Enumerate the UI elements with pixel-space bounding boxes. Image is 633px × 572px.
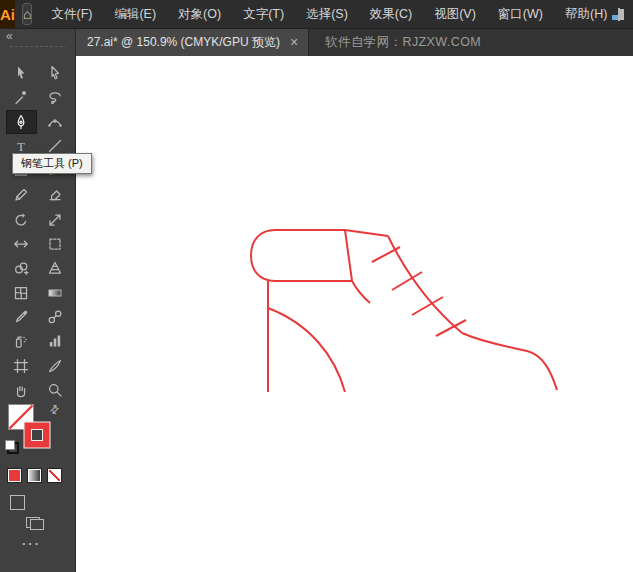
- menu-window[interactable]: 窗口(W): [487, 0, 554, 28]
- eraser-tool[interactable]: [40, 183, 71, 207]
- gradient-button[interactable]: [27, 468, 42, 483]
- shoe-lace-hatch-1: [372, 247, 400, 262]
- menu-bar: Ai ⌂ 文件(F) 编辑(E) 对象(O) 文字(T) 选择(S) 效果(C)…: [0, 0, 633, 29]
- menu-file[interactable]: 文件(F): [40, 0, 103, 28]
- lasso-tool[interactable]: [40, 86, 71, 110]
- menu-edit[interactable]: 编辑(E): [103, 0, 167, 28]
- zoom-tool[interactable]: [40, 378, 71, 402]
- illustrator-logo: Ai: [0, 0, 15, 28]
- svg-text:T: T: [17, 139, 25, 154]
- screen-mode-icon[interactable]: [26, 517, 44, 530]
- symbol-sprayer-tool[interactable]: [6, 329, 37, 353]
- column-graph-tool[interactable]: [40, 329, 71, 353]
- workspace-switcher-icon[interactable]: [618, 8, 619, 21]
- rotate-tool[interactable]: [6, 208, 37, 232]
- shoe-cuff: [251, 230, 352, 281]
- document-tab-title: 27.ai* @ 150.9% (CMYK/GPU 预览): [87, 34, 280, 51]
- blend-tool[interactable]: [40, 305, 71, 329]
- menu-effect[interactable]: 效果(C): [359, 0, 423, 28]
- pen-tool-tooltip: 钢笔工具 (P): [12, 153, 92, 174]
- tools-panel: « T: [0, 28, 76, 572]
- selection-tool[interactable]: [6, 61, 37, 85]
- shape-builder-tool[interactable]: [6, 256, 37, 280]
- eyedropper-tool[interactable]: [6, 305, 37, 329]
- mesh-tool[interactable]: [6, 281, 37, 305]
- watermark-text: 软件自学网：RJZXW.COM: [325, 28, 481, 56]
- shoe-heel-curve: [268, 308, 345, 392]
- width-tool[interactable]: [6, 232, 37, 256]
- menu-view[interactable]: 视图(V): [423, 0, 487, 28]
- scale-tool[interactable]: [40, 208, 71, 232]
- swap-fill-stroke-icon[interactable]: ⇄: [47, 402, 63, 418]
- collapse-panel-icon[interactable]: «: [6, 29, 13, 43]
- shoe-lace-hatch-3: [412, 297, 443, 315]
- artboard-tool[interactable]: [6, 354, 37, 378]
- shoe-front-curve: [388, 236, 462, 333]
- free-transform-tool[interactable]: [40, 232, 71, 256]
- none-button[interactable]: [47, 468, 62, 483]
- color-type-buttons: [7, 468, 62, 483]
- gradient-tool[interactable]: [40, 281, 71, 305]
- document-tab[interactable]: 27.ai* @ 150.9% (CMYK/GPU 预览) ×: [75, 28, 309, 56]
- document-tab-bar: 27.ai* @ 150.9% (CMYK/GPU 预览) × 软件自学网：RJ…: [75, 28, 633, 56]
- stroke-swatch-red[interactable]: [23, 421, 51, 449]
- curvature-tool[interactable]: [40, 110, 71, 134]
- close-tab-icon[interactable]: ×: [290, 35, 298, 49]
- color-button[interactable]: [7, 468, 22, 483]
- panel-grip[interactable]: [9, 45, 66, 48]
- shoe-tongue-curve: [352, 281, 370, 303]
- shoe-top-edge: [345, 230, 388, 236]
- menu-select[interactable]: 选择(S): [295, 0, 359, 28]
- menu-type[interactable]: 文字(T): [232, 0, 295, 28]
- menu-help[interactable]: 帮助(H): [554, 0, 618, 28]
- artboard-canvas[interactable]: [75, 56, 633, 572]
- home-icon[interactable]: ⌂: [22, 3, 32, 25]
- pencil-tool[interactable]: [6, 183, 37, 207]
- shoe-toe-curve: [462, 333, 557, 390]
- shoe-cuff-right-edge: [345, 230, 352, 281]
- fill-stroke-swatches: ⇄: [0, 402, 75, 462]
- hand-tool[interactable]: [6, 378, 37, 402]
- direct-selection-tool[interactable]: [40, 61, 71, 85]
- default-fill-stroke-icon[interactable]: [5, 440, 19, 454]
- pen-tool[interactable]: [6, 110, 37, 134]
- tools-grid: T: [4, 61, 72, 402]
- shoe-drawing: [75, 56, 633, 572]
- shoe-lace-hatch-2: [392, 272, 422, 290]
- perspective-grid-tool[interactable]: [40, 256, 71, 280]
- menu-object[interactable]: 对象(O): [167, 0, 232, 28]
- slice-tool[interactable]: [40, 354, 71, 378]
- drawing-mode-icon[interactable]: [10, 495, 25, 510]
- magic-wand-tool[interactable]: [6, 86, 37, 110]
- edit-toolbar-ellipsis-icon[interactable]: ···: [22, 536, 41, 551]
